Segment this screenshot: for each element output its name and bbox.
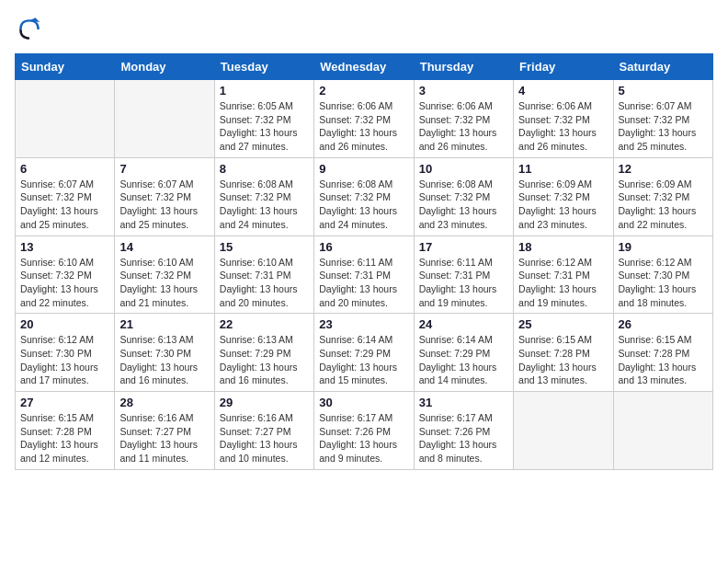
day-info: Sunrise: 6:09 AM Sunset: 7:32 PM Dayligh… bbox=[518, 178, 608, 232]
calendar-cell: 23Sunrise: 6:14 AM Sunset: 7:29 PM Dayli… bbox=[314, 314, 414, 392]
weekday-header-monday: Monday bbox=[115, 54, 214, 80]
day-info: Sunrise: 6:17 AM Sunset: 7:26 PM Dayligh… bbox=[319, 411, 408, 465]
day-info: Sunrise: 6:06 AM Sunset: 7:32 PM Dayligh… bbox=[518, 99, 608, 154]
day-info: Sunrise: 6:12 AM Sunset: 7:31 PM Dayligh… bbox=[518, 256, 608, 310]
page-header bbox=[15, 15, 713, 44]
day-number: 16 bbox=[319, 240, 408, 254]
weekday-header-wednesday: Wednesday bbox=[314, 54, 414, 80]
calendar-week-row: 1Sunrise: 6:05 AM Sunset: 7:32 PM Daylig… bbox=[16, 80, 713, 158]
weekday-header-sunday: Sunday bbox=[16, 54, 115, 80]
calendar-cell: 4Sunrise: 6:06 AM Sunset: 7:32 PM Daylig… bbox=[514, 80, 613, 158]
calendar-table: SundayMondayTuesdayWednesdayThursdayFrid… bbox=[15, 53, 713, 470]
day-number: 13 bbox=[20, 240, 109, 254]
calendar-cell: 22Sunrise: 6:13 AM Sunset: 7:29 PM Dayli… bbox=[214, 314, 313, 392]
calendar-cell: 24Sunrise: 6:14 AM Sunset: 7:29 PM Dayli… bbox=[414, 314, 513, 392]
calendar-cell: 7Sunrise: 6:07 AM Sunset: 7:32 PM Daylig… bbox=[115, 157, 214, 236]
day-info: Sunrise: 6:06 AM Sunset: 7:32 PM Dayligh… bbox=[419, 99, 508, 154]
day-number: 7 bbox=[119, 162, 209, 176]
calendar-cell: 15Sunrise: 6:10 AM Sunset: 7:31 PM Dayli… bbox=[214, 236, 313, 314]
day-number: 3 bbox=[419, 84, 508, 98]
day-number: 20 bbox=[20, 317, 109, 331]
calendar-cell: 10Sunrise: 6:08 AM Sunset: 7:32 PM Dayli… bbox=[414, 157, 513, 236]
day-number: 2 bbox=[319, 84, 408, 98]
day-info: Sunrise: 6:12 AM Sunset: 7:30 PM Dayligh… bbox=[20, 333, 109, 387]
calendar-cell: 20Sunrise: 6:12 AM Sunset: 7:30 PM Dayli… bbox=[16, 314, 115, 392]
day-number: 18 bbox=[518, 240, 608, 254]
calendar-cell: 31Sunrise: 6:17 AM Sunset: 7:26 PM Dayli… bbox=[414, 392, 513, 470]
calendar-cell: 14Sunrise: 6:10 AM Sunset: 7:32 PM Dayli… bbox=[115, 236, 214, 314]
day-info: Sunrise: 6:05 AM Sunset: 7:32 PM Dayligh… bbox=[220, 99, 309, 154]
day-info: Sunrise: 6:13 AM Sunset: 7:29 PM Dayligh… bbox=[220, 333, 309, 387]
day-info: Sunrise: 6:15 AM Sunset: 7:28 PM Dayligh… bbox=[619, 333, 708, 387]
weekday-header-thursday: Thursday bbox=[414, 54, 513, 80]
day-number: 5 bbox=[619, 84, 708, 98]
day-number: 11 bbox=[518, 162, 608, 176]
calendar-cell: 6Sunrise: 6:07 AM Sunset: 7:32 PM Daylig… bbox=[16, 157, 115, 236]
calendar-cell bbox=[613, 392, 712, 470]
day-number: 21 bbox=[119, 317, 209, 331]
day-info: Sunrise: 6:09 AM Sunset: 7:32 PM Dayligh… bbox=[619, 178, 708, 232]
day-info: Sunrise: 6:07 AM Sunset: 7:32 PM Dayligh… bbox=[619, 99, 708, 154]
calendar-cell: 8Sunrise: 6:08 AM Sunset: 7:32 PM Daylig… bbox=[214, 157, 313, 236]
calendar-cell bbox=[514, 392, 613, 470]
day-info: Sunrise: 6:15 AM Sunset: 7:28 PM Dayligh… bbox=[20, 411, 109, 465]
day-info: Sunrise: 6:14 AM Sunset: 7:29 PM Dayligh… bbox=[419, 333, 508, 387]
weekday-header-row: SundayMondayTuesdayWednesdayThursdayFrid… bbox=[16, 54, 713, 80]
calendar-week-row: 27Sunrise: 6:15 AM Sunset: 7:28 PM Dayli… bbox=[16, 392, 713, 470]
day-info: Sunrise: 6:12 AM Sunset: 7:30 PM Dayligh… bbox=[619, 256, 708, 310]
day-number: 30 bbox=[319, 396, 408, 409]
calendar-cell: 21Sunrise: 6:13 AM Sunset: 7:30 PM Dayli… bbox=[115, 314, 214, 392]
day-number: 27 bbox=[20, 396, 109, 409]
day-info: Sunrise: 6:07 AM Sunset: 7:32 PM Dayligh… bbox=[119, 178, 209, 232]
day-number: 26 bbox=[619, 317, 708, 331]
day-number: 31 bbox=[419, 396, 508, 409]
calendar-week-row: 13Sunrise: 6:10 AM Sunset: 7:32 PM Dayli… bbox=[16, 236, 713, 314]
day-number: 8 bbox=[220, 162, 309, 176]
calendar-cell: 30Sunrise: 6:17 AM Sunset: 7:26 PM Dayli… bbox=[314, 392, 414, 470]
calendar-cell: 19Sunrise: 6:12 AM Sunset: 7:30 PM Dayli… bbox=[613, 236, 712, 314]
day-number: 6 bbox=[20, 162, 109, 176]
day-info: Sunrise: 6:08 AM Sunset: 7:32 PM Dayligh… bbox=[319, 178, 408, 232]
day-number: 19 bbox=[619, 240, 708, 254]
calendar-cell: 28Sunrise: 6:16 AM Sunset: 7:27 PM Dayli… bbox=[115, 392, 214, 470]
logo-icon bbox=[15, 15, 44, 44]
day-info: Sunrise: 6:07 AM Sunset: 7:32 PM Dayligh… bbox=[20, 178, 109, 232]
calendar-cell: 17Sunrise: 6:11 AM Sunset: 7:31 PM Dayli… bbox=[414, 236, 513, 314]
calendar-cell: 27Sunrise: 6:15 AM Sunset: 7:28 PM Dayli… bbox=[16, 392, 115, 470]
day-info: Sunrise: 6:06 AM Sunset: 7:32 PM Dayligh… bbox=[319, 99, 408, 154]
day-info: Sunrise: 6:16 AM Sunset: 7:27 PM Dayligh… bbox=[220, 411, 309, 465]
day-number: 12 bbox=[619, 162, 708, 176]
day-info: Sunrise: 6:17 AM Sunset: 7:26 PM Dayligh… bbox=[419, 411, 508, 465]
calendar-cell bbox=[115, 80, 214, 158]
calendar-cell: 18Sunrise: 6:12 AM Sunset: 7:31 PM Dayli… bbox=[514, 236, 613, 314]
logo bbox=[15, 15, 48, 44]
day-number: 10 bbox=[419, 162, 508, 176]
day-number: 9 bbox=[319, 162, 408, 176]
day-number: 25 bbox=[518, 317, 608, 331]
day-number: 23 bbox=[319, 317, 408, 331]
calendar-cell: 29Sunrise: 6:16 AM Sunset: 7:27 PM Dayli… bbox=[214, 392, 313, 470]
calendar-cell: 12Sunrise: 6:09 AM Sunset: 7:32 PM Dayli… bbox=[613, 157, 712, 236]
day-number: 4 bbox=[518, 84, 608, 98]
day-info: Sunrise: 6:16 AM Sunset: 7:27 PM Dayligh… bbox=[119, 411, 209, 465]
day-info: Sunrise: 6:13 AM Sunset: 7:30 PM Dayligh… bbox=[119, 333, 209, 387]
calendar-cell bbox=[16, 80, 115, 158]
calendar-cell: 9Sunrise: 6:08 AM Sunset: 7:32 PM Daylig… bbox=[314, 157, 414, 236]
day-number: 22 bbox=[220, 317, 309, 331]
day-number: 24 bbox=[419, 317, 508, 331]
day-info: Sunrise: 6:10 AM Sunset: 7:32 PM Dayligh… bbox=[20, 256, 109, 310]
day-number: 14 bbox=[119, 240, 209, 254]
day-number: 29 bbox=[220, 396, 309, 409]
calendar-week-row: 6Sunrise: 6:07 AM Sunset: 7:32 PM Daylig… bbox=[16, 157, 713, 236]
calendar-cell: 2Sunrise: 6:06 AM Sunset: 7:32 PM Daylig… bbox=[314, 80, 414, 158]
day-info: Sunrise: 6:10 AM Sunset: 7:32 PM Dayligh… bbox=[119, 256, 209, 310]
calendar-cell: 16Sunrise: 6:11 AM Sunset: 7:31 PM Dayli… bbox=[314, 236, 414, 314]
weekday-header-tuesday: Tuesday bbox=[214, 54, 313, 80]
calendar-cell: 13Sunrise: 6:10 AM Sunset: 7:32 PM Dayli… bbox=[16, 236, 115, 314]
calendar-cell: 1Sunrise: 6:05 AM Sunset: 7:32 PM Daylig… bbox=[214, 80, 313, 158]
day-info: Sunrise: 6:08 AM Sunset: 7:32 PM Dayligh… bbox=[220, 178, 309, 232]
day-info: Sunrise: 6:14 AM Sunset: 7:29 PM Dayligh… bbox=[319, 333, 408, 387]
calendar-cell: 11Sunrise: 6:09 AM Sunset: 7:32 PM Dayli… bbox=[514, 157, 613, 236]
weekday-header-saturday: Saturday bbox=[613, 54, 712, 80]
weekday-header-friday: Friday bbox=[514, 54, 613, 80]
